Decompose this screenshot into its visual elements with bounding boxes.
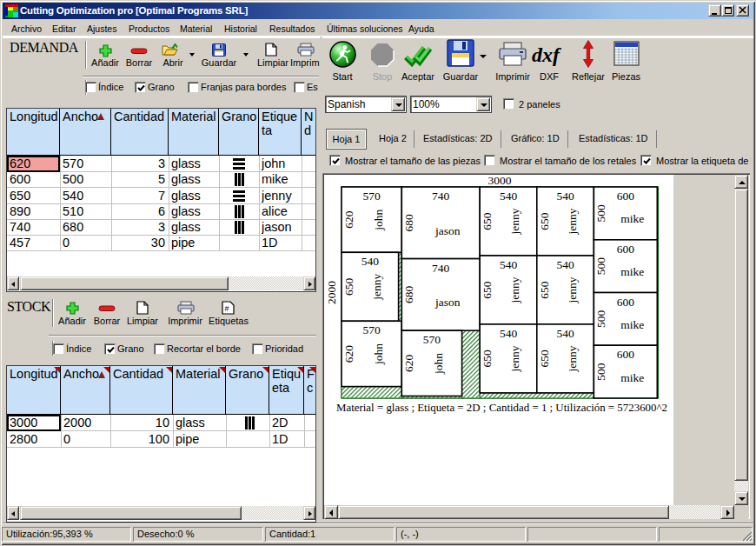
svg-text:650: 650 (538, 350, 551, 368)
svg-text:540: 540 (500, 327, 518, 340)
svg-text:2000: 2000 (325, 281, 338, 304)
svg-text:500: 500 (594, 363, 607, 381)
svg-text:3000: 3000 (488, 175, 512, 187)
svg-text:jason: jason (434, 224, 461, 237)
svg-text:620: 620 (402, 355, 415, 373)
svg-text:mike: mike (620, 371, 644, 384)
svg-text:540: 540 (556, 327, 574, 340)
svg-text:540: 540 (556, 190, 574, 203)
svg-text:Material = glass ; Etiqueta =: Material = glass ; Etiqueta = 2D ; Canti… (336, 402, 667, 414)
svg-text:jenny: jenny (566, 345, 579, 372)
svg-text:680: 680 (402, 286, 415, 304)
svg-text:620: 620 (342, 210, 355, 229)
svg-text:mike: mike (620, 212, 644, 225)
svg-text:680: 680 (402, 214, 415, 231)
svg-text:540: 540 (500, 190, 518, 203)
svg-text:jenny: jenny (508, 345, 521, 372)
svg-text:mike: mike (620, 318, 644, 331)
svg-text:john: john (372, 209, 385, 230)
svg-text:jason: jason (434, 296, 461, 309)
svg-text:jenny: jenny (508, 208, 521, 235)
svg-text:650: 650 (342, 277, 355, 296)
svg-text:john: john (432, 353, 445, 375)
svg-text:mike: mike (620, 265, 644, 278)
svg-text:600: 600 (617, 190, 635, 203)
svg-text:#: # (225, 304, 229, 313)
svg-text:650: 650 (538, 212, 551, 230)
svg-text:540: 540 (361, 255, 380, 268)
svg-text:570: 570 (362, 190, 381, 203)
svg-text:650: 650 (481, 350, 494, 368)
svg-text:john: john (372, 343, 385, 365)
svg-text:600: 600 (617, 296, 635, 309)
svg-text:600: 600 (617, 243, 635, 256)
svg-text:jenny: jenny (566, 276, 579, 303)
svg-text:500: 500 (594, 204, 607, 223)
svg-text:650: 650 (481, 212, 494, 230)
svg-text:650: 650 (481, 281, 494, 299)
svg-text:540: 540 (500, 258, 518, 271)
svg-text:570: 570 (423, 333, 441, 346)
svg-text:jenny: jenny (566, 208, 579, 235)
svg-text:740: 740 (432, 190, 450, 203)
svg-text:540: 540 (556, 258, 574, 271)
svg-text:740: 740 (432, 262, 450, 275)
svg-text:650: 650 (538, 281, 551, 299)
svg-text:570: 570 (362, 323, 381, 336)
svg-text:600: 600 (617, 348, 635, 361)
svg-text:500: 500 (594, 310, 607, 329)
svg-text:620: 620 (342, 345, 355, 363)
svg-text:500: 500 (594, 257, 607, 276)
svg-text:jenny: jenny (508, 276, 521, 303)
svg-text:jenny: jenny (370, 274, 383, 301)
